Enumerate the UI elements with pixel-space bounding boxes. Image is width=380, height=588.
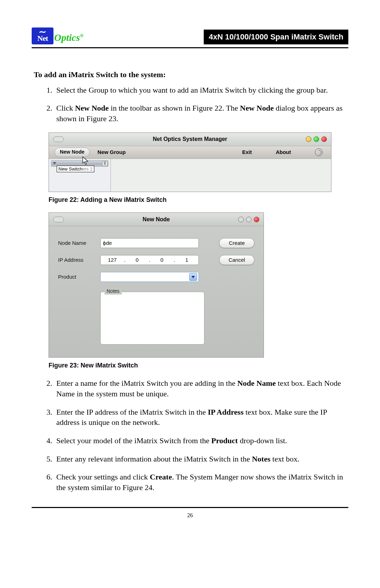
logo-text-net: Net xyxy=(37,35,48,42)
window-controls[interactable] xyxy=(238,217,259,222)
node-name-value: ode xyxy=(103,240,112,247)
step-b-2: Enter a name for the iMatrix Switch you … xyxy=(54,378,346,399)
window-controls[interactable] xyxy=(306,136,327,142)
logo-text-optics: Optics® xyxy=(54,31,84,44)
logo-mark: ∼ Net xyxy=(32,27,53,44)
zoom-icon[interactable] xyxy=(314,136,319,142)
ip-octet-1[interactable]: 127 xyxy=(101,256,124,264)
node-name-input[interactable]: |ode xyxy=(100,238,199,248)
create-button[interactable]: Create xyxy=(219,238,254,248)
main-panel xyxy=(111,159,331,192)
close-icon[interactable] xyxy=(254,217,259,222)
new-node-button[interactable]: New Node xyxy=(55,148,90,157)
window-title: Net Optics System Manager xyxy=(49,135,331,143)
dialog-title: New Node xyxy=(49,216,264,223)
sidebar: 0 New Switchers 1 xyxy=(49,159,111,192)
page-number: 26 xyxy=(32,512,348,519)
product-select[interactable] xyxy=(100,272,199,282)
about-button[interactable]: About xyxy=(276,149,291,156)
notes-textarea[interactable] xyxy=(100,292,204,345)
cancel-button[interactable]: Cancel xyxy=(219,255,254,265)
product-label: Product xyxy=(58,273,100,280)
toolbar: New Node New Group Exit About xyxy=(49,146,331,159)
figure-22-screenshot: Net Optics System Manager New Node New G… xyxy=(49,132,331,192)
figure-22-caption: Figure 22: Adding a New iMatrix Switch xyxy=(49,196,346,204)
step-2: Click New Node in the toolbar as shown i… xyxy=(54,103,346,124)
chevron-down-icon xyxy=(53,162,56,165)
cursor-icon xyxy=(82,156,89,167)
section-heading: To add an iMatrix Switch to the system: xyxy=(34,69,346,80)
refresh-icon[interactable] xyxy=(315,148,323,156)
steps-list-b: Enter a name for the iMatrix Switch you … xyxy=(54,378,346,493)
close-icon[interactable] xyxy=(321,136,327,142)
figure-23-caption: Figure 23: New iMatrix Switch xyxy=(49,361,346,370)
header-rule xyxy=(32,47,348,48)
step-b-3: Enter the IP address of the iMatrix Swit… xyxy=(54,407,346,428)
ip-octet-4[interactable]: 1 xyxy=(175,256,198,264)
chevron-down-icon[interactable] xyxy=(189,273,197,281)
ip-octet-2[interactable]: 0 xyxy=(126,256,149,264)
footer-rule xyxy=(32,507,348,508)
sidebar-badge: 0 xyxy=(102,161,108,166)
node-name-label: Node Name xyxy=(58,240,100,247)
new-group-button[interactable]: New Group xyxy=(97,149,126,156)
step-b-6: Check your settings and click Create. Th… xyxy=(54,472,346,493)
zoom-icon xyxy=(246,217,252,222)
ip-address-label: IP Address xyxy=(58,256,100,264)
ip-address-input[interactable]: 127. 0. 0. 1 xyxy=(100,255,199,265)
doc-title-bar: 4xN 10/100/1000 Span iMatrix Switch xyxy=(204,30,348,44)
dialog-titlebar: New Node xyxy=(49,213,264,226)
logo: ∼ Net Optics® xyxy=(32,27,84,44)
exit-button[interactable]: Exit xyxy=(242,149,252,156)
step-b-5: Enter any relevant information about the… xyxy=(54,454,346,464)
steps-list-a: Select the Group to which you want to ad… xyxy=(54,85,346,124)
step-1: Select the Group to which you want to ad… xyxy=(54,85,346,95)
step-b-4: Select your model of the iMatrix Switch … xyxy=(54,435,346,446)
figure-23-screenshot: New Node Node Name |ode Create IP Addres… xyxy=(49,212,264,358)
window-titlebar: Net Optics System Manager xyxy=(49,133,331,146)
page-header: ∼ Net Optics® 4xN 10/100/1000 Span iMatr… xyxy=(32,27,348,44)
ip-octet-3[interactable]: 0 xyxy=(150,256,173,264)
minimize-icon xyxy=(238,217,244,222)
notes-label: Notes xyxy=(104,288,122,295)
minimize-icon[interactable] xyxy=(306,136,311,142)
